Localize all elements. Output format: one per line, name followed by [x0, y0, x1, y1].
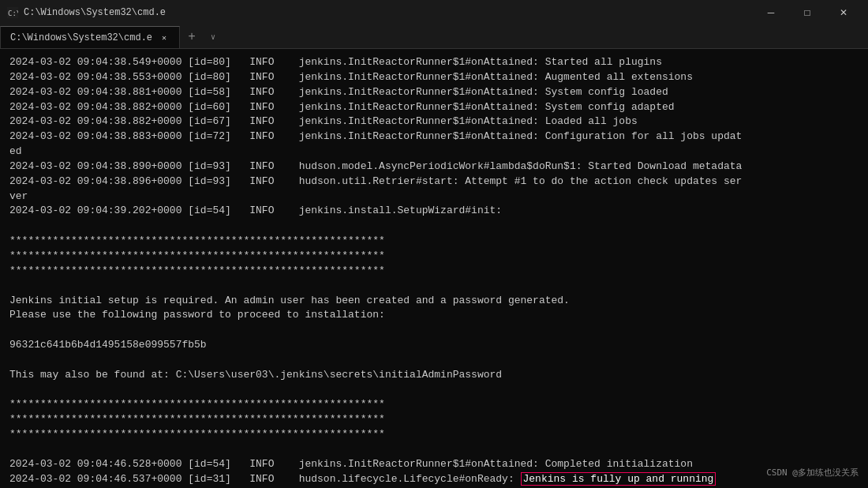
log-line-1: 2024-03-02 09:04:38.549+0000 [id=80] INF…	[9, 55, 859, 70]
setup-line-2: Please use the following password to pro…	[9, 308, 859, 323]
tab-cmd[interactable]: C:\Windows\System32\cmd.e ✕	[0, 26, 180, 48]
tab-dropdown-button[interactable]: ∨	[205, 26, 221, 48]
log-line-7: 2024-03-02 09:04:38.890+0000 [id=93] INF…	[9, 160, 859, 175]
titlebar: C:\ C:\Windows\System32\cmd.e ─ □ ✕	[0, 0, 868, 25]
password-line: 96321c641b6b4d1495158e099557fb5b	[9, 338, 859, 353]
stars-6: ****************************************…	[9, 427, 859, 442]
window-controls: ─ □ ✕	[753, 0, 862, 25]
window-title: C:\Windows\System32\cmd.e	[24, 7, 753, 18]
blank-3	[9, 323, 859, 338]
log-line-11: 2024-03-02 09:04:46.537+0000 [id=31] INF…	[9, 472, 859, 487]
log-line-6b: ed	[9, 145, 859, 160]
terminal-window: C:\ C:\Windows\System32\cmd.e ─ □ ✕ C:\W…	[0, 0, 868, 488]
stars-5: ****************************************…	[9, 412, 859, 427]
stars-4: ****************************************…	[9, 397, 859, 412]
cmd-icon: C:\	[6, 6, 19, 19]
new-tab-button[interactable]: +	[180, 26, 204, 48]
tab-label: C:\Windows\System32\cmd.e	[10, 32, 152, 43]
minimize-button[interactable]: ─	[753, 0, 789, 25]
tab-bar: C:\Windows\System32\cmd.e ✕ + ∨	[0, 25, 868, 49]
terminal-content: 2024-03-02 09:04:38.549+0000 [id=80] INF…	[0, 49, 868, 488]
stars-1: ****************************************…	[9, 234, 859, 249]
stars-2: ****************************************…	[9, 249, 859, 264]
svg-text:C:\: C:\	[8, 9, 18, 17]
close-button[interactable]: ✕	[825, 0, 862, 25]
log-line-6: 2024-03-02 09:04:38.883+0000 [id=72] INF…	[9, 130, 859, 145]
path-line: This may also be found at: C:\Users\user…	[9, 368, 859, 383]
blank-2	[9, 279, 859, 294]
tab-close-icon[interactable]: ✕	[159, 32, 170, 43]
maximize-button[interactable]: □	[789, 0, 825, 25]
blank-5	[9, 383, 859, 398]
stars-3: ****************************************…	[9, 264, 859, 279]
log-line-9: 2024-03-02 09:04:39.202+0000 [id=54] INF…	[9, 204, 859, 219]
setup-line-1: Jenkins initial setup is required. An ad…	[9, 294, 859, 309]
log-line-10: 2024-03-02 09:04:46.528+0000 [id=54] INF…	[9, 457, 859, 472]
log-line-3: 2024-03-02 09:04:38.881+0000 [id=58] INF…	[9, 85, 859, 100]
log-line-8b: ver	[9, 190, 859, 205]
blank-4	[9, 353, 859, 368]
blank-1	[9, 219, 859, 234]
log-line-8: 2024-03-02 09:04:38.896+0000 [id=93] INF…	[9, 175, 859, 190]
log-line-5: 2024-03-02 09:04:38.882+0000 [id=67] INF…	[9, 114, 859, 130]
jenkins-running-highlight: Jenkins is fully up and running	[521, 472, 716, 486]
log-line-2: 2024-03-02 09:04:38.553+0000 [id=80] INF…	[9, 70, 859, 85]
blank-6	[9, 442, 859, 457]
log-line-4: 2024-03-02 09:04:38.882+0000 [id=60] INF…	[9, 100, 859, 115]
watermark: CSDN @多加练也没关系	[766, 467, 859, 479]
